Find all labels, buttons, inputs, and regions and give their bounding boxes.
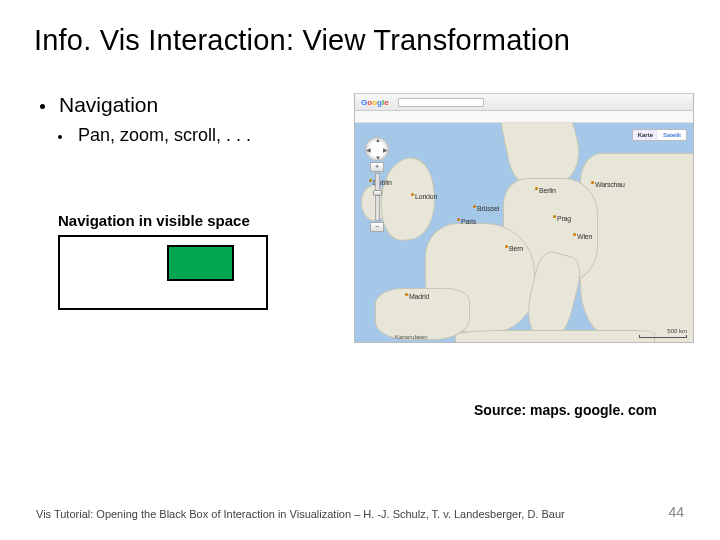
diagram-caption: Navigation in visible space	[58, 212, 314, 229]
bullet-dot	[58, 135, 62, 139]
navigation-diagram	[58, 235, 268, 310]
city-label: Warschau	[595, 181, 625, 188]
land-mass	[455, 330, 655, 342]
zoom-in-button[interactable]: +	[370, 162, 384, 172]
city-label: Paris	[461, 218, 476, 225]
pan-right-icon[interactable]: ▶	[383, 146, 388, 153]
slide-footer: Vis Tutorial: Opening the Black Box of I…	[36, 504, 684, 520]
zoom-control: ▲ ▼ ▶ ◀ + −	[365, 137, 389, 232]
footer-text: Vis Tutorial: Opening the Black Box of I…	[36, 508, 565, 520]
google-logo: Google	[361, 98, 389, 107]
bullet-level-1: Navigation	[34, 93, 314, 117]
map-canvas[interactable]: London Dublin Paris Brüssel Berlin Prag …	[355, 123, 693, 342]
scale-label: 500 km	[667, 328, 687, 334]
city-marker	[457, 218, 460, 221]
pan-left-icon[interactable]: ◀	[366, 146, 371, 153]
map-attribution: Kartendaten	[395, 334, 428, 340]
city-label: Prag	[557, 215, 571, 222]
map-screenshot: Google London Dublin	[354, 93, 694, 343]
scale-bar-line	[639, 335, 687, 338]
content-columns: Navigation Pan, zoom, scroll, . . . Navi…	[34, 93, 686, 343]
pan-up-icon[interactable]: ▲	[375, 137, 381, 143]
map-topbar: Google	[355, 93, 693, 111]
city-marker	[535, 187, 538, 190]
city-label: Wien	[577, 233, 592, 240]
scale-bar: 500 km	[639, 328, 687, 338]
city-marker	[405, 293, 408, 296]
city-label: Brüssel	[477, 205, 499, 212]
city-label: Madrid	[409, 293, 429, 300]
pan-down-icon[interactable]: ▼	[375, 155, 381, 161]
city-label: Berlin	[539, 187, 556, 194]
pan-wheel[interactable]: ▲ ▼ ▶ ◀	[365, 137, 389, 161]
slide: Info. Vis Interaction: View Transformati…	[0, 0, 720, 540]
view-toggle: Karte Satellit	[632, 129, 687, 141]
city-marker	[473, 205, 476, 208]
map-view-button[interactable]: Karte	[633, 130, 658, 140]
city-marker	[505, 245, 508, 248]
bullet-level-2: Pan, zoom, scroll, . . .	[52, 125, 314, 146]
zoom-out-button[interactable]: −	[370, 222, 384, 232]
city-marker	[411, 193, 414, 196]
image-source: Source: maps. google. com	[474, 402, 657, 418]
zoom-slider-handle[interactable]	[373, 190, 382, 196]
satellite-view-button[interactable]: Satellit	[658, 130, 686, 140]
map-subbar	[355, 111, 693, 123]
bullet-dot	[40, 104, 45, 109]
city-label: London	[415, 193, 437, 200]
left-column: Navigation Pan, zoom, scroll, . . . Navi…	[34, 93, 314, 343]
zoom-slider-track[interactable]	[375, 173, 380, 221]
bullet-text: Navigation	[59, 93, 158, 117]
page-number: 44	[668, 504, 684, 520]
bullet-text: Pan, zoom, scroll, . . .	[78, 125, 251, 146]
city-marker	[591, 181, 594, 184]
city-label: Bern	[509, 245, 523, 252]
viewport-rectangle	[167, 245, 234, 281]
city-marker	[573, 233, 576, 236]
page-title: Info. Vis Interaction: View Transformati…	[34, 24, 686, 57]
search-input[interactable]	[398, 98, 484, 107]
right-column: Google London Dublin	[354, 93, 694, 343]
city-marker	[553, 215, 556, 218]
